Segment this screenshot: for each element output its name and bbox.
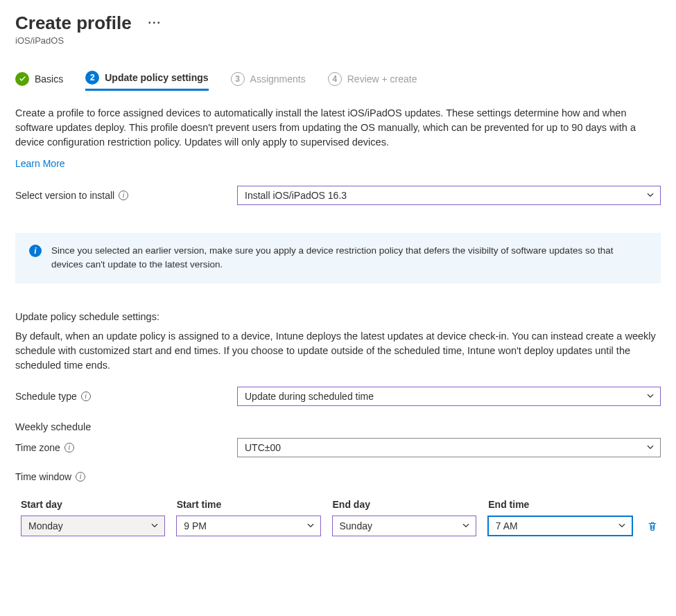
step-assignments[interactable]: 3 Assignments (231, 72, 306, 90)
chevron-down-icon (618, 520, 626, 531)
select-end-day[interactable]: Sunday (332, 516, 476, 536)
select-version-to-install[interactable]: Install iOS/iPadOS 16.3 (237, 186, 661, 205)
select-value: UTC±00 (245, 442, 281, 453)
info-banner-text: Since you selected an earlier version, m… (51, 244, 647, 272)
step-update-policy[interactable]: 2 Update policy settings (85, 71, 208, 91)
label-text: Time zone (15, 442, 60, 453)
chevron-down-icon (646, 190, 655, 201)
page-title: Create profile ··· (15, 12, 661, 34)
info-icon[interactable]: i (64, 443, 74, 452)
label-select-version: Select version to install i (15, 190, 237, 201)
chevron-down-icon (646, 442, 655, 453)
chevron-down-icon (462, 520, 470, 531)
page-subtitle: iOS/iPadOS (15, 35, 661, 46)
trash-icon (647, 520, 658, 531)
select-start-time[interactable]: 9 PM (176, 516, 320, 536)
delete-row-button[interactable] (644, 520, 661, 531)
chevron-down-icon (306, 520, 315, 531)
col-end-time: End time (488, 499, 633, 510)
select-value: Sunday (340, 520, 372, 531)
col-start-day: Start day (21, 499, 166, 510)
label-time-zone: Time zone i (15, 442, 237, 453)
select-value: 9 PM (184, 520, 207, 531)
check-icon (15, 72, 29, 86)
step-label: Assignments (250, 73, 306, 85)
select-start-day[interactable]: Monday (21, 516, 165, 536)
learn-more-link[interactable]: Learn More (15, 158, 65, 169)
label-text: Schedule type (15, 391, 77, 402)
select-value: 7 AM (496, 520, 518, 531)
label-schedule-type: Schedule type i (15, 391, 237, 402)
label-text: Time window (15, 471, 71, 482)
info-icon[interactable]: i (76, 472, 85, 482)
intro-text: Create a profile to force assigned devic… (15, 106, 661, 150)
step-basics[interactable]: Basics (15, 72, 63, 90)
chevron-down-icon (646, 391, 655, 402)
row-schedule-type: Schedule type i Update during scheduled … (15, 387, 661, 406)
select-end-time[interactable]: 7 AM (487, 516, 633, 536)
weekly-schedule-heading: Weekly schedule (15, 421, 661, 432)
col-start-time: Start time (177, 499, 322, 510)
schedule-heading: Update policy schedule settings: (15, 311, 661, 322)
chevron-down-icon (150, 520, 159, 531)
step-label: Basics (35, 73, 63, 85)
select-value: Install iOS/iPadOS 16.3 (245, 190, 347, 201)
select-schedule-type[interactable]: Update during scheduled time (237, 387, 661, 406)
schedule-desc: By default, when an update policy is ass… (15, 329, 661, 373)
step-number-icon: 3 (231, 72, 245, 86)
step-number-icon: 2 (85, 71, 99, 85)
info-icon: i (29, 245, 42, 257)
step-label: Review + create (347, 73, 417, 85)
col-end-day: End day (333, 499, 478, 510)
more-icon[interactable]: ··· (148, 17, 162, 30)
info-icon[interactable]: i (119, 191, 128, 200)
step-number-icon: 4 (328, 72, 342, 86)
info-banner: i Since you selected an earlier version,… (15, 233, 661, 283)
step-review-create[interactable]: 4 Review + create (328, 72, 417, 90)
row-select-version: Select version to install i Install iOS/… (15, 186, 661, 205)
time-window-header: Start day Start time End day End time (15, 499, 661, 516)
select-time-zone[interactable]: UTC±00 (237, 438, 661, 457)
time-window-row: Monday 9 PM Sunday 7 AM (15, 516, 661, 536)
step-label: Update policy settings (105, 72, 208, 83)
wizard-steps: Basics 2 Update policy settings 3 Assign… (15, 71, 661, 91)
row-time-zone: Time zone i UTC±00 (15, 438, 661, 457)
info-icon[interactable]: i (81, 391, 91, 401)
label-text: Select version to install (15, 190, 114, 201)
label-time-window: Time window i (15, 471, 237, 482)
page-title-text: Create profile (15, 12, 132, 34)
select-value: Monday (28, 520, 63, 531)
select-value: Update during scheduled time (245, 391, 374, 402)
